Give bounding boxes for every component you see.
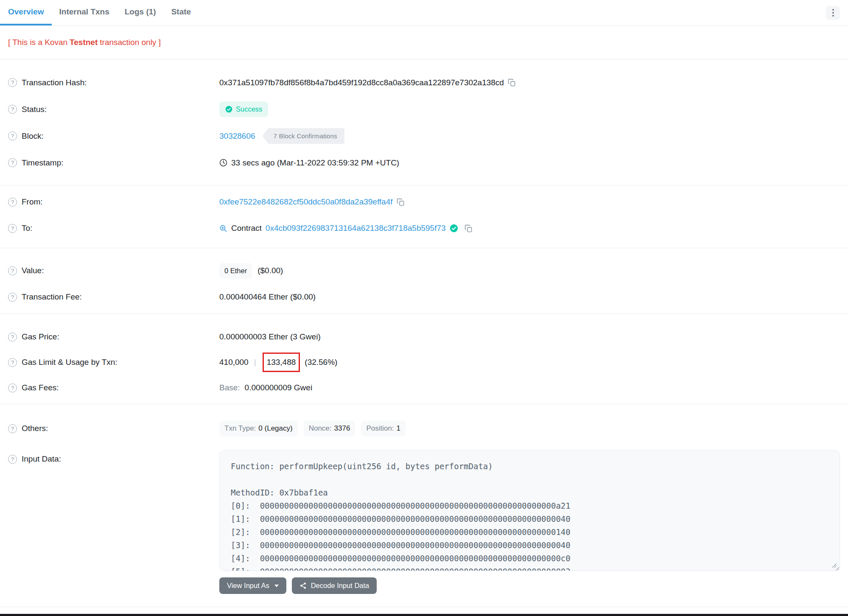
transaction-fee-label: Transaction Fee:	[22, 292, 82, 302]
tabs: Overview Internal Txns Logs (1) State	[0, 0, 199, 25]
help-icon[interactable]: ?	[8, 358, 17, 367]
row-gas-price: ? Gas Price: 0.000000003 Ether (3 Gwei)	[8, 324, 840, 350]
gas-limit-separator: |	[254, 358, 256, 367]
testnet-notice: [ This is a KovanTestnettransaction only…	[0, 26, 848, 59]
help-icon[interactable]: ?	[8, 384, 17, 392]
status-badge: Success	[219, 101, 268, 117]
input-word-line: [0]: 00000000000000000000000000000000000…	[231, 499, 828, 512]
help-icon[interactable]: ?	[8, 455, 17, 464]
value-label: Value:	[22, 266, 44, 275]
txn-type-chip: Txn Type: 0 (Legacy)	[219, 420, 298, 437]
input-word-line: [2]: 00000000000000000000000000000000000…	[231, 526, 828, 539]
others-chips: Txn Type: 0 (Legacy) Nonce: 3376 Positio…	[219, 420, 406, 437]
gas-price-value: 0.000000003 Ether (3 Gwei)	[219, 332, 321, 342]
row-input-data: ? Input Data: Function: performUpkeep(ui…	[8, 450, 840, 594]
help-icon[interactable]: ?	[8, 132, 17, 140]
gas-used-value: 133,488	[267, 358, 296, 367]
section-others-input: ? Others: Txn Type: 0 (Legacy) Nonce: 33…	[0, 404, 848, 607]
section-value-fee: ? Value: 0 Ether ($0.00) ? Transaction F…	[0, 248, 848, 314]
tab-logs[interactable]: Logs (1)	[117, 0, 164, 25]
gas-limit-label: Gas Limit & Usage by Txn:	[22, 358, 118, 367]
check-circle-icon	[225, 106, 232, 113]
more-options-button[interactable]	[826, 6, 840, 20]
input-data-label: Input Data:	[22, 454, 61, 464]
transaction-details-page: Overview Internal Txns Logs (1) State [ …	[0, 0, 848, 616]
transaction-hash-label: Transaction Hash:	[22, 78, 87, 87]
decode-icon	[299, 582, 307, 589]
window-bottom-edge	[0, 614, 848, 616]
chevron-down-icon	[274, 585, 279, 587]
magnifier-plus-icon[interactable]	[219, 224, 227, 232]
help-icon[interactable]: ?	[8, 424, 17, 433]
transaction-fee-value: 0.000400464 Ether ($0.00)	[219, 292, 316, 302]
block-number-link[interactable]: 30328606	[219, 132, 255, 141]
input-word-line: [4]: 00000000000000000000000000000000000…	[231, 552, 828, 565]
row-to: ? To: Contract 0x4cb093f226983713164a621…	[8, 215, 840, 241]
value-usd: ($0.00)	[257, 266, 283, 275]
row-others: ? Others: Txn Type: 0 (Legacy) Nonce: 33…	[8, 415, 840, 442]
copy-transaction-hash-button[interactable]	[508, 78, 516, 87]
row-gas-limit-usage: ? Gas Limit & Usage by Txn: 410,000 | 13…	[8, 350, 840, 375]
from-label: From:	[22, 197, 43, 207]
gas-fees-base-label: Base:	[219, 383, 240, 392]
row-gas-fees: ? Gas Fees: Base: 0.000000009 Gwei	[8, 375, 840, 400]
gas-fees-label: Gas Fees:	[22, 383, 59, 392]
tab-bar: Overview Internal Txns Logs (1) State	[0, 0, 848, 26]
gas-used-percent: (32.56%)	[305, 358, 337, 367]
help-icon[interactable]: ?	[8, 293, 17, 302]
to-address-link[interactable]: 0x4cb093f226983713164a62138c3f718a5b595f…	[266, 224, 446, 233]
section-gas: ? Gas Price: 0.000000003 Ether (3 Gwei) …	[0, 314, 848, 404]
row-transaction-hash: ? Transaction Hash: 0x371a51097fb78df856…	[8, 69, 840, 96]
help-icon[interactable]: ?	[8, 78, 17, 87]
tab-overview[interactable]: Overview	[0, 0, 52, 25]
copy-to-address-button[interactable]	[465, 224, 473, 232]
nonce-chip: Nonce: 3376	[304, 420, 355, 437]
ether-value-chip: 0 Ether	[219, 263, 252, 279]
help-icon[interactable]: ?	[8, 224, 17, 233]
help-icon[interactable]: ?	[8, 105, 17, 114]
to-label: To:	[22, 224, 32, 233]
row-value: ? Value: 0 Ether ($0.00)	[8, 258, 840, 284]
help-icon[interactable]: ?	[8, 198, 17, 207]
from-address-link[interactable]: 0xfee7522e8482682cf50ddc50a0f8da2a39effa…	[219, 197, 393, 207]
copy-icon	[397, 198, 405, 206]
status-label: Status:	[22, 105, 47, 114]
row-timestamp: ? Timestamp: 33 secs ago (Mar-11-2022 03…	[8, 149, 840, 176]
annotation-highlight-box: 133,488	[263, 353, 300, 372]
copy-from-address-button[interactable]	[397, 198, 405, 206]
input-word-line: [5]: 00000000000000000000000000000000000…	[231, 565, 828, 571]
block-label: Block:	[22, 132, 44, 141]
help-icon[interactable]: ?	[8, 333, 17, 342]
copy-icon	[508, 78, 516, 87]
gas-price-label: Gas Price:	[22, 332, 59, 342]
transaction-hash-value: 0x371a51097fb78df856f8b4a7bd459f192d8cc8…	[219, 78, 504, 87]
row-from: ? From: 0xfee7522e8482682cf50ddc50a0f8da…	[8, 189, 840, 215]
block-confirmations-badge: 7 Block Confirmations	[263, 128, 344, 144]
decode-input-data-button[interactable]: Decode Input Data	[292, 577, 377, 594]
row-block: ? Block: 30328606 7 Block Confirmations	[8, 123, 840, 149]
clock-icon	[219, 159, 227, 167]
timestamp-value: 33 secs ago (Mar-11-2022 03:59:32 PM +UT…	[231, 158, 399, 168]
input-word-line: [3]: 00000000000000000000000000000000000…	[231, 539, 828, 552]
tab-state[interactable]: State	[164, 0, 199, 25]
verified-check-icon	[450, 224, 458, 232]
notice-bold: Testnet	[70, 38, 98, 47]
copy-icon	[465, 224, 473, 232]
tab-internal-txns[interactable]: Internal Txns	[52, 0, 117, 25]
position-chip: Position: 1	[361, 420, 406, 437]
input-data-textarea[interactable]: Function: performUpkeep(uint256 id, byte…	[219, 450, 840, 571]
input-data-actions: View Input As Decode Input Data	[219, 577, 840, 594]
notice-suffix: transaction only ]	[100, 38, 161, 47]
gas-fees-base-value: 0.000000009 Gwei	[245, 383, 313, 392]
kebab-icon	[832, 9, 834, 11]
input-methodid-line: MethodID: 0x7bbaf1ea	[231, 486, 828, 499]
input-function-line: Function: performUpkeep(uint256 id, byte…	[231, 460, 828, 473]
notice-prefix: [ This is a Kovan	[8, 38, 67, 47]
view-input-as-button[interactable]: View Input As	[219, 577, 286, 594]
help-icon[interactable]: ?	[8, 266, 17, 275]
row-status: ? Status: Success	[8, 96, 840, 123]
section-overview-top: ? Transaction Hash: 0x371a51097fb78df856…	[0, 59, 848, 185]
input-word-line: [1]: 00000000000000000000000000000000000…	[231, 512, 828, 526]
help-icon[interactable]: ?	[8, 158, 17, 167]
resize-handle-icon[interactable]	[832, 563, 837, 568]
